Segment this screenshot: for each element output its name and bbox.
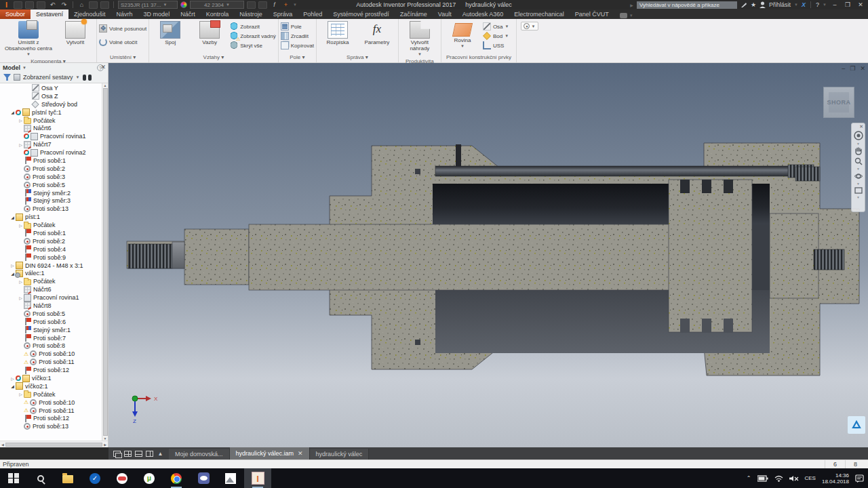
filter-icon[interactable] <box>3 74 11 81</box>
tile-horizontal-icon[interactable] <box>135 451 142 457</box>
tree-item[interactable]: ▷Počátek <box>0 117 102 125</box>
user-icon[interactable] <box>760 1 766 8</box>
ribbon-button-uss[interactable]: USS <box>483 41 509 49</box>
ribbon-button-rozpiska[interactable]: Rozpiska <box>319 20 357 45</box>
tree-item[interactable]: ▷Počátek <box>0 390 102 399</box>
measure-plus-icon[interactable]: + <box>281 1 290 9</box>
ribbon-button-vazby[interactable]: Vazby <box>191 20 229 45</box>
ribbon-tab-3d-model[interactable]: 3D model <box>138 9 176 19</box>
material-dropdown[interactable]: S235JR (11 37...▼ <box>118 1 178 9</box>
ribbon-tab-pohled[interactable]: Pohled <box>298 9 328 19</box>
search-binoculars-icon[interactable] <box>83 75 92 81</box>
tree-item[interactable]: Stejný směr:2 <box>0 189 102 197</box>
tree-item[interactable]: Osa Y <box>0 84 102 92</box>
navbar-more-chevron-icon[interactable]: ▼ <box>856 196 860 199</box>
sign-in-link[interactable]: Přihlásit <box>769 1 791 8</box>
ribbon-button-osa[interactable]: Osa▼ <box>483 22 509 30</box>
help-icon[interactable]: ? <box>816 1 819 8</box>
expand-caret-icon[interactable]: ▷ <box>18 392 24 396</box>
ribbon-tab-soubor[interactable]: Soubor <box>0 9 31 19</box>
tree-horizontal-scrollbar[interactable]: ◀▶ <box>0 441 108 447</box>
tree-item[interactable]: ◢píst:1 <box>0 213 102 221</box>
restore-button[interactable]: ❐ <box>843 1 852 9</box>
tree-item[interactable]: Stejný směr:1 <box>0 326 102 334</box>
adjust-appearance-icon[interactable] <box>247 1 256 9</box>
ribbon-button-vytvo-it-n-hrady[interactable]: Vytvořit náhrady▼ <box>401 20 439 58</box>
appearance-dropdown[interactable]: 42 2304▼ <box>190 1 244 9</box>
viewcube[interactable]: SHORA <box>823 87 854 118</box>
document-tab-1[interactable]: Moje domovská... <box>169 449 230 460</box>
tree-item[interactable]: ▷Počátek <box>0 221 102 229</box>
tree-item[interactable]: ▷Náčrt7 <box>0 140 102 148</box>
taskbar-chrome-icon[interactable] <box>163 468 190 488</box>
ribbon-tab-kontrola[interactable]: Kontrola <box>201 9 235 19</box>
help-search-input[interactable]: Vyhledávat v nápovědě a příkaze <box>637 1 737 9</box>
tree-item[interactable]: Proti sobě:7 <box>0 334 102 342</box>
ribbon-tab-spr-va[interactable]: Správa <box>268 9 298 19</box>
tree-item[interactable]: Proti sobě:13 <box>0 422 102 430</box>
taskbar-photos-icon[interactable] <box>217 468 244 488</box>
tree-item[interactable]: Proti sobě:1 <box>0 229 102 237</box>
tree-item[interactable]: Proti sobě:3 <box>0 173 102 181</box>
screencast-menu-icon[interactable]: ▼ <box>614 12 639 19</box>
tree-item[interactable]: ▷DIN 6924 - M48 x 3:1 <box>0 262 102 270</box>
ribbon-tab-n-vrh[interactable]: Návrh <box>111 9 138 19</box>
tree-item[interactable]: ⚠Proti sobě:10 <box>0 350 102 358</box>
tree-item[interactable]: ◢pístní tyč:1 <box>0 108 102 117</box>
browser-title-chevron-icon[interactable]: ▼ <box>22 66 26 70</box>
ribbon-group-label[interactable]: Správa ▾ <box>319 54 396 62</box>
ribbon-tab-electromechanical[interactable]: Electromechanical <box>509 9 570 19</box>
minimize-button[interactable]: – <box>830 1 840 9</box>
ribbon-button-um-stit-z-obsahov-ho-centra[interactable]: Umístit z Obsahového centra▼ <box>2 20 55 58</box>
tree-item[interactable]: Proti sobě:5 <box>0 181 102 189</box>
search-collapse-icon[interactable]: ▶ <box>630 3 633 7</box>
ribbon-tab-autodesk-a360[interactable]: Autodesk A360 <box>457 9 509 19</box>
undo-icon[interactable]: ↶ <box>48 1 57 9</box>
favorites-star-icon[interactable]: ★ <box>751 1 756 8</box>
tree-item[interactable]: ◢víčko2:1 <box>0 382 102 390</box>
tree-item[interactable]: Náčrt8 <box>0 302 102 310</box>
language-indicator[interactable]: CES <box>805 475 816 481</box>
document-tab-2[interactable]: hydraulický válec.iam✕ <box>230 447 310 460</box>
navbar-close-icon[interactable]: ✕ <box>859 125 863 129</box>
ribbon-button-zrcadlit[interactable]: Zrcadlit <box>281 32 314 40</box>
ribbon-button-kop-rovat[interactable]: Kopírovat <box>281 41 314 49</box>
update-icon[interactable] <box>100 1 109 9</box>
collapse-caret-icon[interactable]: ◢ <box>9 215 16 220</box>
save-icon[interactable] <box>37 1 45 9</box>
battery-icon[interactable] <box>757 475 768 482</box>
tile-vertical-icon[interactable] <box>146 451 153 457</box>
doc-restore-icon[interactable]: ❐ <box>850 65 855 72</box>
tray-chevron-icon[interactable]: ⌃ <box>747 475 751 481</box>
collapse-caret-icon[interactable]: ◢ <box>9 110 16 115</box>
ribbon-tab-n-stroje[interactable]: Nástroje <box>234 9 268 19</box>
tree-item[interactable]: Osa Z <box>0 92 102 100</box>
tree-item[interactable]: Proti sobě:9 <box>0 253 102 262</box>
browser-view-mode[interactable]: Zobrazení sestavy <box>23 74 73 81</box>
ribbon-group-label[interactable]: Umístění ▾ <box>99 54 146 62</box>
doc-close-icon[interactable]: ✕ <box>860 65 865 72</box>
view-mode-chevron-icon[interactable]: ▼ <box>76 75 80 79</box>
ribbon-button-zobrazit-vadn-[interactable]: Zobrazit vadný <box>230 32 275 40</box>
open-file-icon[interactable] <box>25 1 34 9</box>
ribbon-group-label[interactable]: Pole ▾ <box>281 54 314 62</box>
tree-item[interactable]: ◢válec:1 <box>0 269 102 277</box>
taskbar-app-red-dish-icon[interactable] <box>108 468 136 488</box>
taskbar-search-icon[interactable] <box>27 468 54 488</box>
new-file-icon[interactable] <box>14 1 22 9</box>
doc-minimize-icon[interactable]: – <box>842 65 845 72</box>
ribbon-tab-n-rt[interactable]: Náčrt <box>175 9 201 19</box>
tree-vertical-scrollbar[interactable]: ▲▼ <box>102 83 108 441</box>
ribbon-tab-syst-mov-prost-ed-[interactable]: Systémové prostředí <box>328 9 395 19</box>
expand-caret-icon[interactable]: ▷ <box>9 376 16 381</box>
quill-icon[interactable] <box>741 1 747 8</box>
tree-item[interactable]: Proti sobě:2 <box>0 237 102 245</box>
look-at-icon[interactable] <box>854 187 863 194</box>
tree-item[interactable]: Proti sobě:12 <box>0 366 102 374</box>
tree-item[interactable]: ▷Pracovní rovina1 <box>0 293 102 302</box>
cascade-windows-icon[interactable] <box>113 451 121 457</box>
expand-caret-icon[interactable]: ▷ <box>18 279 24 284</box>
clear-appearance-icon[interactable] <box>258 1 267 9</box>
sign-in-chevron-icon[interactable]: ▼ <box>794 3 798 7</box>
ribbon-tab-panel-vut[interactable]: Panel ČVUT <box>570 9 614 19</box>
